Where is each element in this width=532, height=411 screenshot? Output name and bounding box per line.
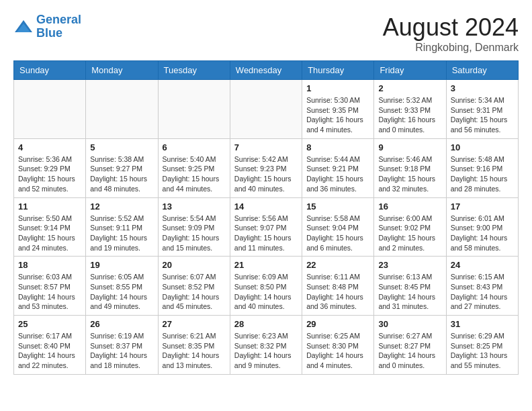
table-row: 20Sunrise: 6:07 AM Sunset: 8:52 PM Dayli… xyxy=(158,257,230,316)
table-row: 31Sunrise: 6:29 AM Sunset: 8:25 PM Dayli… xyxy=(446,316,518,375)
table-row: 28Sunrise: 6:23 AM Sunset: 8:32 PM Dayli… xyxy=(230,316,302,375)
logo-icon xyxy=(13,19,34,35)
day-info: Sunrise: 5:32 AM Sunset: 9:33 PM Dayligh… xyxy=(378,95,441,135)
calendar-week-row: 25Sunrise: 6:17 AM Sunset: 8:40 PM Dayli… xyxy=(14,316,519,375)
table-row: 19Sunrise: 6:05 AM Sunset: 8:55 PM Dayli… xyxy=(86,257,158,316)
table-row xyxy=(14,80,86,139)
col-monday: Monday xyxy=(86,61,158,80)
logo-blue: Blue xyxy=(36,26,62,40)
day-number: 29 xyxy=(306,319,369,329)
day-info: Sunrise: 6:27 AM Sunset: 8:27 PM Dayligh… xyxy=(378,331,441,371)
day-info: Sunrise: 5:58 AM Sunset: 9:04 PM Dayligh… xyxy=(306,214,369,253)
day-info: Sunrise: 5:30 AM Sunset: 9:35 PM Dayligh… xyxy=(306,95,369,135)
day-info: Sunrise: 6:17 AM Sunset: 8:40 PM Dayligh… xyxy=(18,331,81,371)
table-row: 13Sunrise: 5:54 AM Sunset: 9:09 PM Dayli… xyxy=(158,197,230,257)
day-number: 25 xyxy=(18,319,81,329)
table-row: 24Sunrise: 6:15 AM Sunset: 8:43 PM Dayli… xyxy=(446,257,518,316)
day-number: 11 xyxy=(18,201,81,212)
table-row: 4Sunrise: 5:36 AM Sunset: 9:29 PM Daylig… xyxy=(14,138,86,197)
day-number: 14 xyxy=(234,201,298,212)
table-row: 30Sunrise: 6:27 AM Sunset: 8:27 PM Dayli… xyxy=(374,316,446,375)
calendar-header-row: Sunday Monday Tuesday Wednesday Thursday… xyxy=(14,61,519,80)
day-number: 20 xyxy=(163,260,226,270)
day-info: Sunrise: 5:46 AM Sunset: 9:18 PM Dayligh… xyxy=(378,154,441,194)
logo: General Blue xyxy=(13,13,81,40)
day-info: Sunrise: 6:00 AM Sunset: 9:02 PM Dayligh… xyxy=(378,214,441,253)
table-row: 10Sunrise: 5:48 AM Sunset: 9:16 PM Dayli… xyxy=(446,138,518,197)
col-tuesday: Tuesday xyxy=(158,61,230,80)
day-number: 6 xyxy=(163,142,226,152)
table-row: 16Sunrise: 6:00 AM Sunset: 9:02 PM Dayli… xyxy=(374,197,446,257)
day-info: Sunrise: 6:11 AM Sunset: 8:48 PM Dayligh… xyxy=(306,272,369,312)
table-row: 3Sunrise: 5:34 AM Sunset: 9:31 PM Daylig… xyxy=(446,80,518,139)
table-row: 25Sunrise: 6:17 AM Sunset: 8:40 PM Dayli… xyxy=(14,316,86,375)
col-sunday: Sunday xyxy=(14,61,86,80)
day-number: 30 xyxy=(378,319,441,329)
day-number: 28 xyxy=(234,319,298,329)
day-info: Sunrise: 5:40 AM Sunset: 9:25 PM Dayligh… xyxy=(163,154,226,194)
day-number: 16 xyxy=(378,201,441,212)
day-info: Sunrise: 5:50 AM Sunset: 9:14 PM Dayligh… xyxy=(18,214,81,253)
day-number: 3 xyxy=(451,83,514,93)
table-row xyxy=(86,80,158,139)
day-info: Sunrise: 6:05 AM Sunset: 8:55 PM Dayligh… xyxy=(90,272,153,312)
day-number: 24 xyxy=(451,260,514,270)
day-info: Sunrise: 5:42 AM Sunset: 9:23 PM Dayligh… xyxy=(234,154,298,194)
table-row: 7Sunrise: 5:42 AM Sunset: 9:23 PM Daylig… xyxy=(230,138,302,197)
calendar-week-row: 11Sunrise: 5:50 AM Sunset: 9:14 PM Dayli… xyxy=(14,197,519,257)
day-info: Sunrise: 5:34 AM Sunset: 9:31 PM Dayligh… xyxy=(451,95,514,135)
day-number: 4 xyxy=(18,142,81,152)
table-row: 29Sunrise: 6:25 AM Sunset: 8:30 PM Dayli… xyxy=(302,316,374,375)
day-info: Sunrise: 5:54 AM Sunset: 9:09 PM Dayligh… xyxy=(163,214,226,253)
day-info: Sunrise: 6:23 AM Sunset: 8:32 PM Dayligh… xyxy=(234,331,298,371)
table-row: 15Sunrise: 5:58 AM Sunset: 9:04 PM Dayli… xyxy=(302,197,374,257)
day-number: 8 xyxy=(306,142,369,152)
location: Ringkobing, Denmark xyxy=(383,42,519,54)
table-row: 2Sunrise: 5:32 AM Sunset: 9:33 PM Daylig… xyxy=(374,80,446,139)
table-row: 1Sunrise: 5:30 AM Sunset: 9:35 PM Daylig… xyxy=(302,80,374,139)
table-row: 21Sunrise: 6:09 AM Sunset: 8:50 PM Dayli… xyxy=(230,257,302,316)
day-number: 21 xyxy=(234,260,298,270)
day-number: 26 xyxy=(90,319,153,329)
table-row: 23Sunrise: 6:13 AM Sunset: 8:45 PM Dayli… xyxy=(374,257,446,316)
table-row: 12Sunrise: 5:52 AM Sunset: 9:11 PM Dayli… xyxy=(86,197,158,257)
day-info: Sunrise: 6:07 AM Sunset: 8:52 PM Dayligh… xyxy=(163,272,226,312)
col-saturday: Saturday xyxy=(446,61,518,80)
day-info: Sunrise: 6:29 AM Sunset: 8:25 PM Dayligh… xyxy=(451,331,514,371)
day-number: 22 xyxy=(306,260,369,270)
day-number: 10 xyxy=(451,142,514,152)
table-row: 5Sunrise: 5:38 AM Sunset: 9:27 PM Daylig… xyxy=(86,138,158,197)
day-number: 7 xyxy=(234,142,298,152)
col-friday: Friday xyxy=(374,61,446,80)
day-info: Sunrise: 5:52 AM Sunset: 9:11 PM Dayligh… xyxy=(90,214,153,253)
day-info: Sunrise: 6:01 AM Sunset: 9:00 PM Dayligh… xyxy=(451,214,514,253)
day-info: Sunrise: 6:15 AM Sunset: 8:43 PM Dayligh… xyxy=(451,272,514,312)
logo-text: General Blue xyxy=(36,13,81,40)
day-info: Sunrise: 5:36 AM Sunset: 9:29 PM Dayligh… xyxy=(18,154,81,194)
day-info: Sunrise: 5:56 AM Sunset: 9:07 PM Dayligh… xyxy=(234,214,298,253)
page-header: General Blue August 2024 Ringkobing, Den… xyxy=(13,13,519,54)
table-row: 6Sunrise: 5:40 AM Sunset: 9:25 PM Daylig… xyxy=(158,138,230,197)
day-number: 5 xyxy=(90,142,153,152)
table-row: 9Sunrise: 5:46 AM Sunset: 9:18 PM Daylig… xyxy=(374,138,446,197)
day-info: Sunrise: 6:19 AM Sunset: 8:37 PM Dayligh… xyxy=(90,331,153,371)
day-info: Sunrise: 6:03 AM Sunset: 8:57 PM Dayligh… xyxy=(18,272,81,312)
table-row: 27Sunrise: 6:21 AM Sunset: 8:35 PM Dayli… xyxy=(158,316,230,375)
day-info: Sunrise: 5:48 AM Sunset: 9:16 PM Dayligh… xyxy=(451,154,514,194)
table-row: 26Sunrise: 6:19 AM Sunset: 8:37 PM Dayli… xyxy=(86,316,158,375)
table-row: 8Sunrise: 5:44 AM Sunset: 9:21 PM Daylig… xyxy=(302,138,374,197)
col-wednesday: Wednesday xyxy=(230,61,302,80)
day-number: 17 xyxy=(451,201,514,212)
day-number: 18 xyxy=(18,260,81,270)
day-info: Sunrise: 6:09 AM Sunset: 8:50 PM Dayligh… xyxy=(234,272,298,312)
day-info: Sunrise: 5:38 AM Sunset: 9:27 PM Dayligh… xyxy=(90,154,153,194)
day-number: 23 xyxy=(378,260,441,270)
day-number: 1 xyxy=(306,83,369,93)
table-row: 17Sunrise: 6:01 AM Sunset: 9:00 PM Dayli… xyxy=(446,197,518,257)
day-number: 13 xyxy=(163,201,226,212)
day-number: 15 xyxy=(306,201,369,212)
table-row: 22Sunrise: 6:11 AM Sunset: 8:48 PM Dayli… xyxy=(302,257,374,316)
day-info: Sunrise: 5:44 AM Sunset: 9:21 PM Dayligh… xyxy=(306,154,369,194)
month-year: August 2024 xyxy=(383,13,519,42)
day-number: 2 xyxy=(378,83,441,93)
